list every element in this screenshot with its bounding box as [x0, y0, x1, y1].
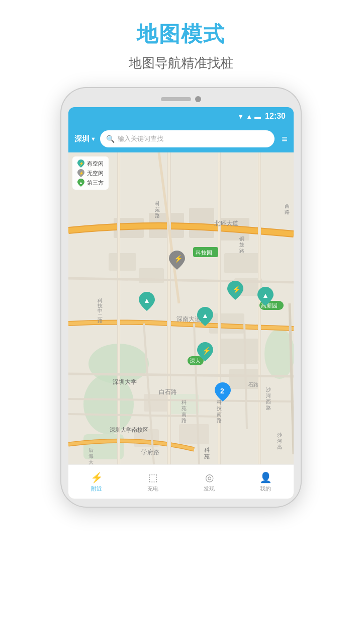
wifi-icon: ▼: [237, 113, 244, 120]
tab-discover-label: 发现: [204, 485, 215, 493]
phone-shell: ▼ ▲ ▬ 12:30 深圳 ▼ 🔍 输入关键词查找 ≡: [60, 87, 302, 508]
svg-text:深大: 深大: [190, 358, 201, 364]
app-header: 深圳 ▼ 🔍 输入关键词查找 ≡: [68, 125, 294, 152]
svg-text:西: 西: [285, 203, 290, 209]
tab-nearby-label: 附近: [91, 485, 102, 493]
map-legend: ⚡ 有空闲 ⚡ 无空闲 ▲ 第三方: [72, 156, 109, 190]
legend-unavailable-label: 无空闲: [87, 170, 104, 177]
svg-text:▲: ▲: [79, 181, 83, 185]
legend-available: ⚡ 有空闲: [77, 159, 104, 168]
svg-text:海: 海: [88, 453, 94, 459]
tab-bar: ⚡ 附近 ⬚ 充电 ◎ 发现 👤 我的: [68, 464, 294, 499]
page-subtitle: 地图导航精准找桩: [129, 54, 233, 72]
city-arrow-icon: ▼: [90, 136, 96, 142]
svg-text:▲: ▲: [202, 311, 209, 319]
svg-rect-8: [189, 208, 214, 238]
tab-charge-label: 充电: [147, 485, 158, 493]
legend-third-party-label: 第三方: [87, 179, 104, 187]
svg-text:河: 河: [266, 393, 271, 398]
tab-mine[interactable]: 👤 我的: [237, 465, 294, 499]
phone-top-bar: [68, 96, 294, 102]
svg-text:▲: ▲: [262, 291, 269, 299]
svg-text:石路: 石路: [248, 382, 258, 387]
svg-text:高: 高: [277, 444, 282, 450]
svg-text:科: 科: [217, 399, 222, 405]
svg-text:科: 科: [182, 399, 187, 405]
svg-rect-14: [219, 339, 259, 364]
svg-text:路: 路: [285, 209, 290, 215]
svg-text:南: 南: [217, 412, 222, 417]
svg-rect-17: [144, 394, 169, 412]
search-bar[interactable]: 🔍 输入关键词查找: [100, 130, 275, 147]
tab-charge-icon: ⬚: [148, 471, 158, 484]
svg-text:沙: 沙: [277, 432, 282, 438]
svg-text:科技园: 科技园: [196, 250, 212, 256]
svg-text:科: 科: [155, 201, 160, 206]
svg-text:后: 后: [88, 447, 94, 453]
svg-rect-11: [224, 253, 259, 273]
svg-text:铜: 铜: [239, 236, 244, 242]
battery-icon: ▬: [254, 113, 261, 120]
tab-charge[interactable]: ⬚ 充电: [125, 465, 181, 499]
svg-text:河: 河: [277, 438, 282, 444]
svg-text:科: 科: [204, 447, 210, 453]
svg-rect-10: [109, 253, 136, 271]
svg-text:北环大道: 北环大道: [214, 220, 238, 227]
svg-text:路: 路: [266, 405, 271, 411]
svg-text:▲: ▲: [143, 296, 150, 304]
tab-mine-icon: 👤: [259, 471, 272, 484]
svg-text:深南大道: 深南大道: [176, 315, 201, 323]
svg-text:技: 技: [216, 406, 222, 411]
page-header: 地图模式 地图导航精准找桩: [119, 0, 243, 82]
city-selector[interactable]: 深圳 ▼: [74, 134, 96, 144]
svg-text:⚡: ⚡: [202, 347, 211, 355]
svg-text:⚡: ⚡: [174, 255, 183, 263]
svg-text:深圳大学: 深圳大学: [113, 378, 137, 385]
svg-text:路: 路: [239, 248, 244, 254]
svg-text:大: 大: [88, 459, 94, 464]
svg-text:⚡: ⚡: [79, 171, 84, 176]
svg-text:西: 西: [266, 399, 271, 405]
legend-third-party: ▲ 第三方: [77, 179, 104, 187]
status-icons: ▼ ▲ ▬ 12:30: [237, 112, 286, 121]
speaker: [161, 97, 191, 101]
search-icon: 🔍: [106, 135, 115, 143]
svg-text:⚡: ⚡: [79, 161, 84, 166]
svg-rect-18: [179, 424, 209, 444]
svg-text:深圳大学南校区: 深圳大学南校区: [110, 427, 148, 433]
phone-screen: ▼ ▲ ▬ 12:30 深圳 ▼ 🔍 输入关键词查找 ≡: [68, 107, 294, 499]
status-bar: ▼ ▲ ▬ 12:30: [68, 107, 294, 125]
svg-text:苑: 苑: [204, 453, 210, 459]
svg-text:苑: 苑: [155, 207, 160, 212]
svg-text:⚡: ⚡: [232, 285, 241, 294]
signal-icon: ▲: [246, 113, 252, 120]
tab-discover[interactable]: ◎ 发现: [181, 465, 237, 499]
page-title: 地图模式: [129, 20, 233, 48]
svg-text:白石路: 白石路: [159, 388, 177, 395]
menu-icon[interactable]: ≡: [282, 133, 288, 145]
tab-nearby-icon: ⚡: [90, 471, 103, 484]
svg-text:学府路: 学府路: [141, 449, 159, 456]
tab-discover-icon: ◎: [205, 471, 214, 484]
map-svg: 北环大道 科技园 科 苑 路 铜 鼓 路 深南大道 高新园: [68, 152, 294, 464]
map-area[interactable]: 北环大道 科技园 科 苑 路 铜 鼓 路 深南大道 高新园: [68, 152, 294, 464]
svg-text:苑: 苑: [182, 406, 187, 411]
svg-text:鼓: 鼓: [239, 242, 244, 248]
status-time: 12:30: [265, 112, 286, 121]
tab-nearby[interactable]: ⚡ 附近: [68, 465, 125, 499]
legend-available-label: 有空闲: [87, 160, 104, 168]
svg-text:路: 路: [182, 418, 187, 423]
camera: [195, 96, 201, 102]
svg-text:路: 路: [217, 418, 222, 423]
svg-text:沙: 沙: [266, 387, 271, 392]
svg-text:南: 南: [182, 412, 187, 417]
search-placeholder: 输入关键词查找: [118, 134, 163, 143]
tab-mine-label: 我的: [260, 485, 271, 493]
svg-text:路: 路: [98, 318, 103, 324]
legend-unavailable: ⚡ 无空闲: [77, 169, 104, 177]
city-name: 深圳: [74, 134, 89, 144]
svg-text:2: 2: [220, 387, 224, 395]
svg-text:路: 路: [155, 213, 160, 218]
